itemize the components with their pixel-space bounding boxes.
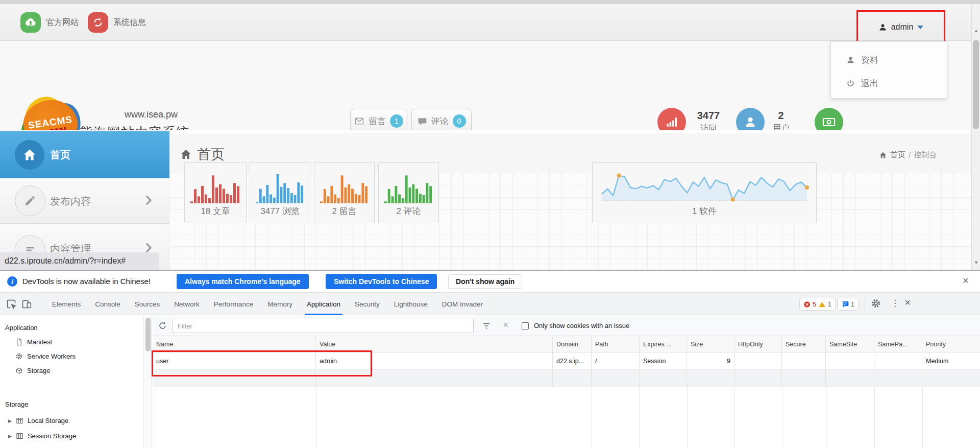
column-header-size[interactable]: Size bbox=[687, 336, 734, 352]
card-label: 2 留言 bbox=[314, 205, 374, 217]
page-title-row: 首页 bbox=[180, 145, 225, 163]
card-views[interactable]: 3477 浏览 bbox=[250, 162, 310, 223]
console-errors-warnings-badge[interactable]: 5 1 bbox=[799, 298, 836, 311]
column-header-httponly[interactable]: HttpOnly bbox=[734, 336, 782, 352]
messages-label: 留言 bbox=[369, 115, 386, 127]
cookie-size-cell[interactable]: 9 bbox=[687, 352, 734, 369]
scroll-down-icon[interactable]: ▼ bbox=[972, 256, 980, 269]
column-header-path[interactable]: Path bbox=[592, 336, 640, 352]
chevron-down-icon bbox=[917, 26, 923, 29]
tree-item-storage[interactable]: Storage bbox=[15, 367, 51, 374]
cookie-httponly-cell[interactable] bbox=[734, 352, 782, 369]
scrollbar-thumb[interactable] bbox=[973, 40, 979, 129]
tab-dom-invader[interactable]: DOM Invader bbox=[435, 293, 490, 315]
cookie-expires-cell[interactable]: Session bbox=[640, 352, 687, 369]
filter-icon[interactable] bbox=[482, 321, 491, 331]
tab-application[interactable]: Application bbox=[300, 293, 348, 315]
menu-item-logout[interactable]: 退出 bbox=[831, 72, 947, 95]
card-label: 1 软件 bbox=[593, 205, 816, 217]
breadcrumb-current: 控制台 bbox=[914, 150, 937, 160]
card-messages[interactable]: 2 留言 bbox=[314, 162, 375, 223]
users-value: 2 bbox=[765, 110, 797, 122]
close-icon[interactable]: × bbox=[963, 275, 969, 287]
sidebar-item-home[interactable]: 首页 bbox=[0, 131, 169, 178]
cookie-secure-cell[interactable] bbox=[782, 352, 826, 369]
menu-item-logout-label: 退出 bbox=[861, 78, 878, 89]
expand-triangle-icon[interactable]: ▶ bbox=[8, 434, 12, 439]
cookie-path-cell[interactable]: / bbox=[592, 352, 640, 369]
scroll-up-icon[interactable]: ▲ bbox=[972, 25, 980, 37]
tab-elements[interactable]: Elements bbox=[45, 293, 88, 315]
cookie-table-empty-row[interactable] bbox=[153, 370, 980, 387]
cookie-domain-cell[interactable]: d22.s.ip... bbox=[553, 352, 592, 369]
cookie-table-row-user[interactable]: user admin d22.s.ip... / Session 9 Mediu… bbox=[153, 352, 980, 370]
info-icon: i bbox=[7, 276, 17, 287]
column-header-name[interactable]: Name bbox=[153, 336, 316, 352]
tab-performance[interactable]: Performance bbox=[207, 293, 260, 315]
issue-only-checkbox[interactable] bbox=[522, 322, 529, 329]
gear-icon[interactable] bbox=[871, 298, 881, 309]
menu-item-profile[interactable]: 资料 bbox=[831, 48, 947, 72]
column-header-samesite[interactable]: SameSite bbox=[826, 336, 874, 352]
banner-text: DevTools is now available in Chinese! bbox=[22, 277, 151, 286]
inspect-element-icon[interactable] bbox=[6, 299, 17, 310]
app-window: 官方网站 系统信息 admin SEACMS www. bbox=[0, 0, 980, 448]
scrollbar-thumb[interactable] bbox=[145, 318, 151, 351]
tab-console[interactable]: Console bbox=[88, 293, 128, 315]
column-header-expires[interactable]: Expires ... bbox=[640, 336, 687, 352]
tree-item-manifest[interactable]: Manifest bbox=[15, 338, 52, 346]
cookie-filter-input[interactable] bbox=[173, 319, 474, 333]
chevron-right-icon bbox=[143, 195, 154, 206]
cookie-samesite-cell[interactable] bbox=[826, 352, 874, 369]
refresh-icon[interactable] bbox=[158, 321, 167, 331]
card-articles[interactable]: 18 文章 bbox=[184, 162, 247, 223]
breadcrumb-home[interactable]: 首页 bbox=[890, 150, 905, 160]
always-match-language-button[interactable]: Always match Chrome's language bbox=[177, 274, 309, 289]
panel-scrollbar[interactable] bbox=[143, 316, 152, 448]
column-header-value[interactable]: Value bbox=[316, 336, 553, 352]
device-toolbar-icon[interactable] bbox=[21, 299, 32, 310]
storage-box-icon bbox=[15, 367, 23, 374]
devtools-language-banner: i DevTools is now available in Chinese! … bbox=[0, 271, 980, 293]
dont-show-again-button[interactable]: Don't show again bbox=[448, 274, 522, 289]
cookie-name-cell[interactable]: user bbox=[153, 352, 316, 369]
user-menu-button-highlighted[interactable]: admin bbox=[856, 10, 945, 44]
divider bbox=[38, 297, 38, 311]
tree-item-service-workers[interactable]: Service Workers bbox=[15, 352, 76, 360]
system-info-link[interactable]: 系统信息 bbox=[88, 4, 146, 41]
column-header-domain[interactable]: Domain bbox=[553, 336, 592, 352]
expand-triangle-icon[interactable]: ▶ bbox=[8, 418, 12, 423]
cookie-sameparty-cell[interactable] bbox=[874, 352, 922, 369]
console-messages-badge[interactable]: 1 bbox=[837, 298, 859, 311]
chevron-right-icon bbox=[143, 242, 154, 253]
mini-line-chart bbox=[600, 169, 809, 204]
clear-filter-icon[interactable]: × bbox=[503, 319, 508, 331]
official-site-link[interactable]: 官方网站 bbox=[20, 4, 79, 41]
messages-count-badge: 1 bbox=[390, 114, 403, 128]
page-scrollbar[interactable]: ▲ ▼ bbox=[971, 4, 980, 270]
tab-security[interactable]: Security bbox=[348, 293, 387, 315]
sidebar-item-publish[interactable]: 发布内容 bbox=[0, 178, 169, 224]
card-label: 2 评论 bbox=[379, 205, 438, 217]
tree-item-session-storage[interactable]: ▶ Session Storage bbox=[8, 432, 76, 440]
kebab-menu-icon[interactable]: ⋮ bbox=[891, 298, 899, 309]
tab-network[interactable]: Network bbox=[167, 293, 207, 315]
column-header-sameparty[interactable]: SamePa... bbox=[874, 336, 922, 352]
card-comments[interactable]: 2 评论 bbox=[378, 162, 439, 223]
tab-lighthouse[interactable]: Lighthouse bbox=[387, 293, 435, 315]
devtools-panel: i DevTools is now available in Chinese! … bbox=[0, 270, 980, 448]
comments-button[interactable]: 评论 0 bbox=[411, 109, 472, 133]
column-header-secure[interactable]: Secure bbox=[782, 336, 826, 352]
tab-memory[interactable]: Memory bbox=[260, 293, 300, 315]
site-domain: www.isea.pw bbox=[125, 109, 178, 120]
cookie-value-cell[interactable]: admin bbox=[316, 352, 553, 369]
close-devtools-icon[interactable]: × bbox=[904, 296, 911, 309]
tab-sources[interactable]: Sources bbox=[128, 293, 167, 315]
tree-item-local-storage[interactable]: ▶ Local Storage bbox=[8, 417, 68, 425]
column-header-priority[interactable]: Priority bbox=[922, 336, 979, 352]
messages-button[interactable]: 留言 1 bbox=[350, 109, 407, 133]
card-software[interactable]: 1 软件 bbox=[592, 162, 817, 223]
devtools-tabs: Elements Console Sources Network Perform… bbox=[45, 293, 490, 315]
cookie-priority-cell[interactable]: Medium bbox=[922, 352, 979, 369]
switch-to-chinese-button[interactable]: Switch DevTools to Chinese bbox=[326, 274, 437, 289]
